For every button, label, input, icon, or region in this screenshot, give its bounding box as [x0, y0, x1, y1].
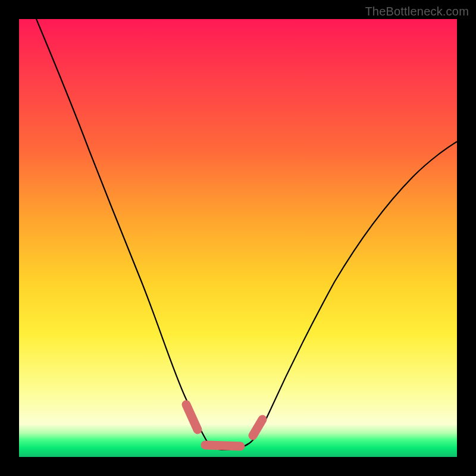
chart-frame: TheBottleneck.com	[0, 0, 476, 476]
curve-layer	[19, 19, 457, 457]
plot-area	[19, 19, 457, 457]
watermark-text: TheBottleneck.com	[365, 5, 469, 18]
marker-segment-b	[205, 445, 240, 446]
marker-segment-a	[186, 405, 198, 430]
bottleneck-curve	[36, 19, 457, 450]
marker-segment-c	[253, 419, 262, 436]
marker-group	[186, 405, 262, 446]
